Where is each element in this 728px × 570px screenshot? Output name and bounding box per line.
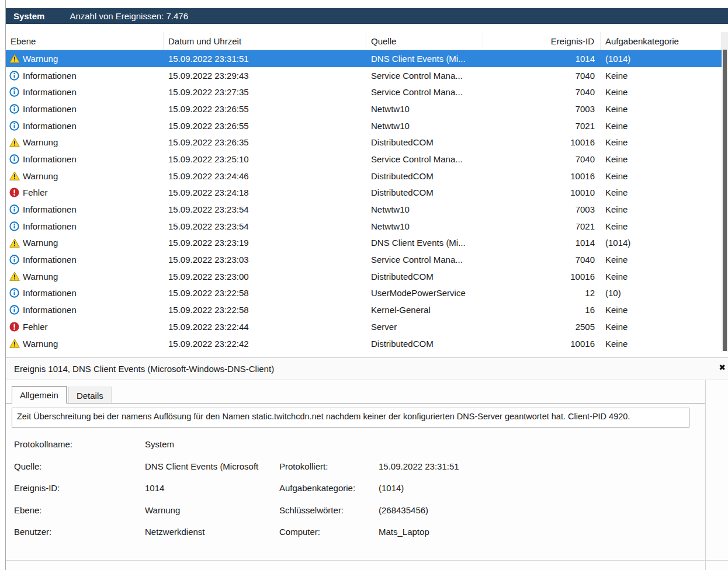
event-id-cell: 2505 bbox=[483, 322, 601, 332]
event-row[interactable]: Informationen15.09.2022 23:23:03Service … bbox=[6, 251, 722, 268]
event-row[interactable]: Informationen15.09.2022 23:27:35Service … bbox=[6, 84, 722, 100]
event-row[interactable]: Informationen15.09.2022 23:23:54Netwtw10… bbox=[6, 218, 722, 235]
source-cell: UserModePowerService bbox=[366, 288, 483, 298]
event-row[interactable]: Informationen15.09.2022 23:22:58UserMode… bbox=[6, 285, 722, 302]
details-title: Ereignis 1014, DNS Client Events (Micros… bbox=[14, 364, 274, 374]
event-row[interactable]: Warnung15.09.2022 23:22:42DistributedCOM… bbox=[6, 335, 722, 352]
source-cell: DNS Client Events (Mi... bbox=[366, 54, 483, 64]
detail-field-row: Protokollname:System bbox=[14, 439, 689, 461]
level-label: Warnung bbox=[23, 137, 58, 147]
event-row[interactable]: Informationen15.09.2022 23:25:10Service … bbox=[6, 151, 722, 168]
level-cell: Informationen bbox=[6, 121, 164, 131]
source-cell: DNS Client Events (Mi... bbox=[366, 238, 483, 248]
event-row[interactable]: Warnung15.09.2022 23:31:51DNS Client Eve… bbox=[6, 50, 722, 67]
column-header-category[interactable]: Aufgabenkategorie bbox=[601, 32, 722, 50]
datetime-cell: 15.09.2022 23:22:58 bbox=[164, 305, 366, 315]
pane-title: System bbox=[13, 11, 44, 21]
source-cell: Netwtw10 bbox=[366, 221, 483, 231]
event-details-panel: Ereignis 1014, DNS Client Events (Micros… bbox=[6, 357, 728, 570]
details-bottom-divider bbox=[6, 560, 728, 561]
information-icon bbox=[9, 221, 20, 231]
event-id-cell: 7040 bbox=[483, 255, 601, 265]
level-cell: Informationen bbox=[6, 288, 164, 298]
event-message-box[interactable]: Zeit Überschreitung bei der namens Auflö… bbox=[12, 408, 689, 427]
scrollbar-thumb[interactable] bbox=[723, 50, 727, 351]
datetime-cell: 15.09.2022 23:26:55 bbox=[164, 104, 366, 114]
category-cell: Keine bbox=[601, 204, 722, 214]
information-icon bbox=[9, 104, 20, 114]
close-icon[interactable]: ✖ bbox=[719, 363, 726, 371]
error-icon bbox=[9, 322, 20, 332]
event-id-cell: 10010 bbox=[483, 187, 601, 197]
events-scrollbar[interactable] bbox=[722, 32, 728, 352]
event-id-cell: 1014 bbox=[483, 238, 601, 248]
column-header-event-id[interactable]: Ereignis-ID bbox=[483, 32, 601, 50]
column-header-datetime[interactable]: Datum und Uhrzeit bbox=[164, 32, 366, 50]
event-row[interactable]: Warnung15.09.2022 23:23:00DistributedCOM… bbox=[6, 268, 722, 285]
level-label: Warnung bbox=[23, 272, 58, 281]
event-row[interactable]: Informationen15.09.2022 23:26:55Netwtw10… bbox=[6, 117, 722, 134]
pane-header-bar: System Anzahl von Ereignissen: 7.476 bbox=[6, 8, 728, 24]
level-label: Fehler bbox=[23, 322, 48, 332]
field-label: Schlüsselwörter: bbox=[279, 505, 379, 527]
warning-icon bbox=[9, 339, 20, 349]
event-id-cell: 7021 bbox=[483, 221, 601, 231]
level-label: Warnung bbox=[23, 238, 58, 248]
details-scrollbar[interactable] bbox=[705, 380, 728, 570]
event-count-label: Anzahl von Ereignissen: 7.476 bbox=[70, 11, 188, 21]
tab-details[interactable]: Details bbox=[68, 387, 112, 403]
level-cell: Informationen bbox=[6, 71, 164, 81]
category-cell: Keine bbox=[601, 322, 722, 332]
event-row[interactable]: Fehler15.09.2022 23:24:18DistributedCOM1… bbox=[6, 185, 722, 201]
level-cell: Fehler bbox=[6, 187, 164, 197]
warning-icon bbox=[9, 54, 20, 64]
error-icon bbox=[9, 187, 20, 197]
field-value: (1014) bbox=[379, 482, 689, 505]
source-cell: Kernel-General bbox=[366, 305, 483, 315]
level-label: Informationen bbox=[23, 71, 77, 81]
event-row[interactable]: Informationen15.09.2022 23:22:58Kernel-G… bbox=[6, 301, 722, 318]
category-cell: Keine bbox=[601, 121, 722, 131]
event-row[interactable]: Fehler15.09.2022 23:22:44Server2505Keine bbox=[6, 318, 722, 335]
event-row[interactable]: Informationen15.09.2022 23:26:55Netwtw10… bbox=[6, 100, 722, 117]
warning-icon bbox=[9, 171, 20, 181]
field-label bbox=[279, 439, 379, 461]
information-icon bbox=[9, 71, 20, 81]
event-id-cell: 10016 bbox=[483, 171, 601, 181]
level-label: Informationen bbox=[23, 87, 77, 97]
details-titlebar: Ereignis 1014, DNS Client Events (Micros… bbox=[6, 358, 728, 380]
source-cell: Service Control Mana... bbox=[366, 154, 483, 164]
tab-allgemein[interactable]: Allgemein bbox=[12, 386, 67, 404]
datetime-cell: 15.09.2022 23:22:58 bbox=[164, 288, 366, 298]
category-cell: Keine bbox=[601, 87, 722, 97]
level-cell: Warnung bbox=[6, 339, 164, 349]
source-cell: Netwtw10 bbox=[366, 121, 483, 131]
event-row[interactable]: Warnung15.09.2022 23:23:19DNS Client Eve… bbox=[6, 235, 722, 252]
event-id-cell: 7003 bbox=[483, 104, 601, 114]
category-cell: Keine bbox=[601, 137, 722, 147]
level-cell: Warnung bbox=[6, 137, 164, 147]
column-header-source[interactable]: Quelle bbox=[366, 32, 483, 50]
level-label: Warnung bbox=[23, 339, 58, 349]
level-cell: Informationen bbox=[6, 87, 164, 97]
field-value: Mats_Laptop bbox=[379, 526, 689, 548]
source-cell: Netwtw10 bbox=[366, 204, 483, 214]
level-label: Informationen bbox=[23, 121, 77, 131]
event-row[interactable]: Warnung15.09.2022 23:24:46DistributedCOM… bbox=[6, 168, 722, 185]
event-id-cell: 7040 bbox=[483, 71, 601, 81]
event-id-cell: 7003 bbox=[483, 204, 601, 214]
source-cell: DistributedCOM bbox=[366, 339, 483, 349]
datetime-cell: 15.09.2022 23:22:44 bbox=[164, 322, 366, 332]
event-row[interactable]: Warnung15.09.2022 23:26:35DistributedCOM… bbox=[6, 134, 722, 151]
level-label: Informationen bbox=[23, 288, 77, 298]
datetime-cell: 15.09.2022 23:23:03 bbox=[164, 255, 366, 265]
console-tree-edge bbox=[0, 0, 6, 570]
event-row[interactable]: Informationen15.09.2022 23:29:43Service … bbox=[6, 67, 722, 84]
column-header-level[interactable]: Ebene bbox=[6, 32, 164, 50]
datetime-cell: 15.09.2022 23:29:43 bbox=[164, 71, 366, 81]
details-tab-content: Zeit Überschreitung bei der namens Auflö… bbox=[6, 404, 705, 570]
source-cell: DistributedCOM bbox=[366, 171, 483, 181]
event-id-cell: 7040 bbox=[483, 154, 601, 164]
event-row[interactable]: Informationen15.09.2022 23:23:54Netwtw10… bbox=[6, 201, 722, 218]
datetime-cell: 15.09.2022 23:23:54 bbox=[164, 204, 366, 214]
